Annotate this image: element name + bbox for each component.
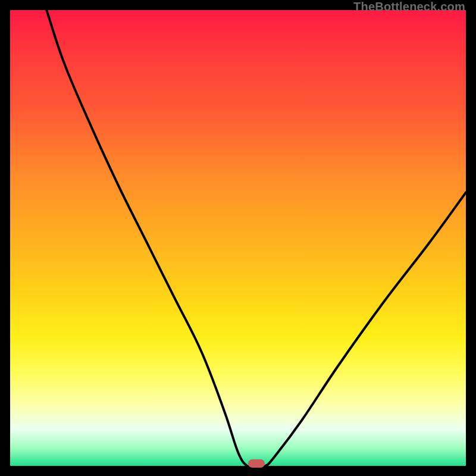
chart-frame: TheBottleneck.com [0, 0, 476, 476]
bottleneck-curve [10, 10, 466, 466]
watermark-text: TheBottleneck.com [353, 0, 465, 14]
optimal-point-marker [248, 459, 265, 468]
chart-plot-area [10, 10, 466, 466]
